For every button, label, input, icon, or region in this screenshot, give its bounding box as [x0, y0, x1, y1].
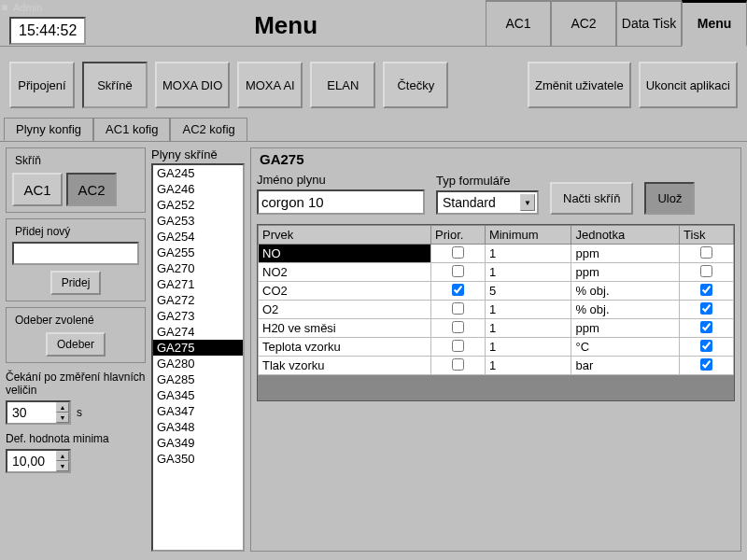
- def-min-label: Def. hodnota minima: [6, 432, 146, 445]
- cekani-unit: s: [77, 406, 82, 419]
- typ-label: Typ formuláře: [436, 174, 539, 188]
- time-display: 15:44:52: [9, 17, 86, 45]
- tab-plyny-konfig[interactable]: Plyny konfig: [4, 118, 93, 141]
- list-item[interactable]: GA252: [153, 197, 243, 213]
- list-item[interactable]: GA254: [153, 229, 243, 245]
- list-item[interactable]: GA272: [153, 292, 243, 308]
- prior-checkbox[interactable]: [452, 302, 464, 315]
- plyny-listbox[interactable]: GA245GA246GA252GA253GA254GA255GA270GA271…: [151, 163, 245, 552]
- tisk-checkbox[interactable]: [700, 265, 712, 277]
- odeber-label: Odeber zvolené: [12, 314, 97, 327]
- pridej-input[interactable]: [12, 242, 139, 265]
- list-item[interactable]: GA245: [153, 165, 243, 181]
- config-tabs: Plyny konfig AC1 kofig AC2 kofig: [4, 118, 747, 141]
- plyny-skrine-label: Plyny skříně: [151, 147, 245, 163]
- app-icon: ◙: [2, 2, 7, 12]
- list-item[interactable]: GA350: [153, 451, 243, 467]
- table-row[interactable]: H20 ve směsi 1 ppm: [259, 319, 734, 338]
- list-item[interactable]: GA271: [153, 276, 243, 292]
- table-row[interactable]: O2 1 % obj.: [259, 301, 734, 319]
- table-row[interactable]: CO2 5 % obj.: [259, 282, 734, 301]
- table-row[interactable]: NO2 1 ppm: [259, 263, 734, 282]
- admin-label: Admin: [13, 2, 42, 13]
- pripojeni-button[interactable]: Připojení: [9, 62, 75, 108]
- col-prior[interactable]: Prior.: [431, 226, 486, 245]
- tab-data-tisk[interactable]: Data Tisk: [616, 0, 682, 47]
- moxa-ai-button[interactable]: MOXA AI: [237, 62, 303, 108]
- list-item[interactable]: GA246: [153, 181, 243, 197]
- prior-checkbox[interactable]: [452, 358, 464, 371]
- cekani-label: Čekání po změření hlavních veličin: [6, 371, 146, 397]
- tisk-checkbox[interactable]: [700, 284, 712, 296]
- moxa-dio-button[interactable]: MOXA DIO: [155, 62, 230, 108]
- list-item[interactable]: GA253: [153, 213, 243, 229]
- col-prvek[interactable]: Prvek: [259, 226, 431, 245]
- prior-checkbox[interactable]: [452, 265, 464, 277]
- pridej-novy-label: Přidej nový: [12, 225, 73, 238]
- table-row[interactable]: NO 1 ppm: [259, 245, 734, 263]
- page-title: Menu: [86, 11, 486, 40]
- uloz-button[interactable]: Ulož: [644, 182, 695, 215]
- table-row[interactable]: Teplota vzorku 1 °C: [259, 338, 734, 357]
- list-item[interactable]: GA345: [153, 387, 243, 403]
- chevron-down-icon[interactable]: ▼: [520, 194, 535, 211]
- list-item[interactable]: GA275: [153, 340, 243, 356]
- pridej-button[interactable]: Pridej: [50, 271, 102, 295]
- elan-button[interactable]: ELAN: [310, 62, 375, 108]
- prior-checkbox[interactable]: [452, 321, 464, 333]
- tisk-checkbox[interactable]: [700, 321, 712, 333]
- tab-ac2[interactable]: AC2: [551, 0, 616, 47]
- spin-up-icon[interactable]: ▲: [56, 402, 69, 413]
- prior-checkbox[interactable]: [452, 340, 464, 352]
- change-user-button[interactable]: Změnit uživatele: [528, 62, 631, 108]
- list-item[interactable]: GA285: [153, 371, 243, 387]
- col-jedn[interactable]: Jednotka: [571, 226, 680, 245]
- prvek-table: Prvek Prior. Minimum Jednotka Tisk NO 1 …: [258, 225, 734, 375]
- tab-menu[interactable]: Menu: [682, 0, 747, 47]
- list-item[interactable]: GA273: [153, 308, 243, 324]
- tisk-checkbox[interactable]: [700, 358, 712, 371]
- skrin-label: Skříň: [12, 154, 44, 167]
- def-min-spinner[interactable]: 10,00 ▲ ▼: [6, 449, 71, 473]
- tisk-checkbox[interactable]: [700, 246, 712, 259]
- tab-ac2-kofig[interactable]: AC2 kofig: [170, 118, 247, 141]
- col-tisk[interactable]: Tisk: [680, 226, 734, 245]
- skrine-button[interactable]: Skříně: [82, 62, 148, 108]
- jmeno-input[interactable]: [257, 189, 425, 215]
- nacti-skrin-button[interactable]: Načti skříň: [550, 182, 633, 215]
- tab-ac1-kofig[interactable]: AC1 kofig: [93, 118, 170, 141]
- spin-down-icon[interactable]: ▼: [56, 461, 69, 471]
- ga-title: GA275: [257, 151, 307, 167]
- typ-select[interactable]: Standard ▼: [436, 190, 539, 215]
- list-item[interactable]: GA349: [153, 435, 243, 451]
- top-tabs: AC1 AC2 Data Tisk Menu: [486, 0, 747, 47]
- cekani-spinner[interactable]: 30 ▲ ▼: [6, 400, 71, 425]
- ctecky-button[interactable]: Čtečky: [383, 62, 448, 108]
- exit-app-button[interactable]: Ukoncit aplikaci: [639, 62, 738, 108]
- tab-ac1[interactable]: AC1: [486, 0, 551, 47]
- tisk-checkbox[interactable]: [700, 340, 712, 352]
- list-item[interactable]: GA274: [153, 324, 243, 340]
- list-item[interactable]: GA348: [153, 419, 243, 435]
- spin-down-icon[interactable]: ▼: [56, 413, 69, 423]
- list-item[interactable]: GA280: [153, 356, 243, 371]
- spin-up-icon[interactable]: ▲: [56, 451, 69, 461]
- prior-checkbox[interactable]: [452, 284, 464, 296]
- toolbar: Připojení Skříně MOXA DIO MOXA AI ELAN Č…: [0, 47, 747, 118]
- list-item[interactable]: GA270: [153, 260, 243, 276]
- list-item[interactable]: GA255: [153, 245, 243, 260]
- prior-checkbox[interactable]: [452, 246, 464, 259]
- ac1-button[interactable]: AC1: [12, 173, 63, 206]
- list-item[interactable]: GA347: [153, 403, 243, 419]
- tisk-checkbox[interactable]: [700, 302, 712, 315]
- col-min[interactable]: Minimum: [485, 226, 571, 245]
- jmeno-label: Jméno plynu: [257, 173, 425, 187]
- table-row[interactable]: Tlak vzorku 1 bar: [259, 357, 734, 375]
- ac2-button[interactable]: AC2: [66, 173, 117, 206]
- odeber-button[interactable]: Odeber: [46, 332, 106, 357]
